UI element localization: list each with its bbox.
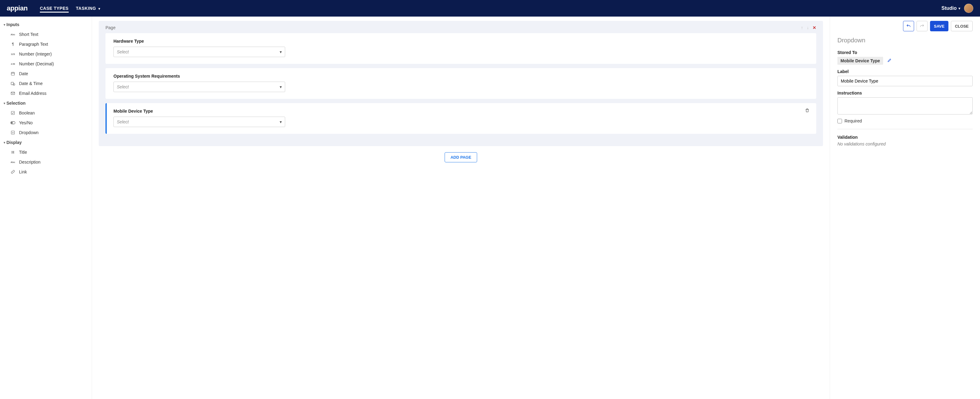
component-number-decimal[interactable]: 4.56 Number (Decimal) [2,59,90,69]
field-card-hardware-type[interactable]: Hardware Type Select [105,33,816,64]
checkbox-icon [10,110,15,115]
component-email[interactable]: Email Address [2,88,90,98]
user-avatar[interactable] [964,4,973,13]
mail-icon [10,91,15,96]
svg-rect-7 [11,112,15,115]
stored-to-chip: Mobile Device Type [837,57,883,65]
component-link[interactable]: Link [2,167,90,177]
number-icon: 123 [10,51,15,56]
page-header: Page ↑ ↓ ✕ [99,21,823,33]
component-sidebar: ▾ Inputs Abc Short Text ¶ Paragraph Text… [0,17,92,399]
delete-page-icon[interactable]: ✕ [813,25,816,30]
instructions-input[interactable] [837,97,973,115]
brand-text: appian [7,4,28,12]
component-number-integer[interactable]: 123 Number (Integer) [2,49,90,59]
group-title: Inputs [6,22,19,27]
component-date-time[interactable]: Date & Time [2,78,90,88]
link-icon [10,169,15,174]
close-button[interactable]: CLOSE [951,21,973,31]
svg-rect-0 [11,72,15,75]
group-title: Display [6,140,22,145]
validation-empty-text: No validations configured [837,142,973,147]
details-toolbar: SAVE CLOSE [837,21,973,31]
component-label: Link [19,169,27,174]
paragraph-icon: ¶ [10,42,15,47]
close-label: CLOSE [955,24,969,29]
field-label: Hardware Type [113,39,808,43]
required-checkbox[interactable] [837,119,842,123]
page-card: Page ↑ ↓ ✕ Hardware Type Select Operatin… [99,21,823,146]
component-label: Title [19,150,27,155]
add-page-button[interactable]: ADD PAGE [445,152,477,162]
select-placeholder: Select [117,85,129,89]
select-placeholder: Select [117,120,129,124]
calendar-icon [10,71,15,76]
component-date[interactable]: Date [2,69,90,78]
save-button[interactable]: SAVE [930,21,948,31]
top-bar: appian CASE TYPES TASKING ▾ Studio ▾ [0,0,980,17]
studio-label: Studio [941,6,957,11]
component-label: Date [19,71,28,76]
move-down-icon[interactable]: ↓ [807,25,809,30]
field-label: Mobile Device Type [113,109,808,113]
component-label: Dropdown [19,130,39,135]
component-label: Boolean [19,110,35,115]
nav-tab-label: CASE TYPES [40,6,69,11]
required-label: Required [845,118,862,123]
nav-tab-tasking[interactable]: TASKING ▾ [76,4,100,13]
component-paragraph-text[interactable]: ¶ Paragraph Text [2,39,90,49]
component-label: Description [19,160,40,164]
component-description[interactable]: Abc Description [2,157,90,167]
chevron-down-icon: ▾ [99,7,100,10]
toggle-icon [10,120,15,125]
label-label: Label [837,69,973,74]
component-label: Yes/No [19,120,33,125]
delete-field-icon[interactable] [805,108,810,113]
svg-point-5 [13,83,15,85]
add-page-label: ADD PAGE [450,155,471,160]
component-label: Paragraph Text [19,42,48,47]
chevron-down-icon: ▾ [959,6,960,10]
edit-stored-to-icon[interactable] [888,58,892,63]
form-canvas: Page ↑ ↓ ✕ Hardware Type Select Operatin… [92,17,830,399]
component-boolean[interactable]: Boolean [2,108,90,118]
required-row[interactable]: Required [837,118,973,123]
page-title: Page [105,25,797,30]
dropdown-icon [10,130,15,135]
text-icon: Abc [10,160,15,164]
nav-tabs: CASE TYPES TASKING ▾ [40,4,100,13]
stored-to-label: Stored To [837,50,973,55]
details-panel: SAVE CLOSE Dropdown Stored To Mobile Dev… [830,17,980,399]
component-label: Number (Integer) [19,51,52,56]
svg-point-9 [11,122,13,123]
caret-down-icon: ▾ [4,141,5,144]
topbar-right: Studio ▾ [941,4,973,13]
group-header-selection[interactable]: ▾ Selection [2,98,90,108]
caret-down-icon: ▾ [4,23,5,26]
component-label: Email Address [19,91,46,96]
nav-tab-case-types[interactable]: CASE TYPES [40,4,69,13]
brand-logo: appian [7,4,28,12]
studio-menu[interactable]: Studio ▾ [941,6,960,11]
component-title[interactable]: H Title [2,147,90,157]
field-card-mobile-device-type[interactable]: Mobile Device Type Select [105,103,816,134]
instructions-label: Instructions [837,91,973,96]
move-up-icon[interactable]: ↑ [801,25,803,30]
component-dropdown[interactable]: Dropdown [2,128,90,137]
svg-rect-10 [11,131,15,134]
label-input[interactable] [837,76,973,86]
group-header-inputs[interactable]: ▾ Inputs [2,20,90,29]
component-short-text[interactable]: Abc Short Text [2,29,90,39]
nav-tab-label: TASKING [76,6,96,11]
group-header-display[interactable]: ▾ Display [2,137,90,147]
field-select[interactable]: Select [113,117,285,127]
decimal-icon: 4.56 [10,61,15,66]
field-label: Operating System Requirements [113,73,808,78]
field-select[interactable]: Select [113,81,285,92]
field-card-os-requirements[interactable]: Operating System Requirements Select [105,68,816,99]
field-select[interactable]: Select [113,47,285,57]
redo-button[interactable] [916,21,928,31]
calendar-clock-icon [10,81,15,86]
undo-button[interactable] [903,21,914,31]
component-yes-no[interactable]: Yes/No [2,118,90,128]
